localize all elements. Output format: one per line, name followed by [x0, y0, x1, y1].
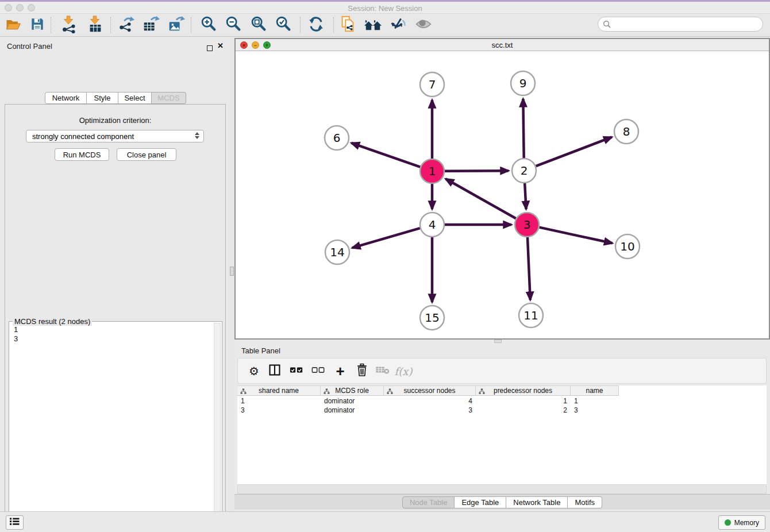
- export-image-button[interactable]: [165, 16, 186, 35]
- column-header-mcds-role[interactable]: MCDS role: [321, 385, 384, 396]
- cell-mcds-role: dominator: [321, 397, 384, 405]
- network-canvas[interactable]: 1234678910111415: [236, 51, 769, 338]
- mcds-panel: Optimization criterion: strongly connect…: [5, 104, 226, 532]
- refresh-button[interactable]: [306, 16, 326, 35]
- tab-network-table[interactable]: Network Table: [506, 496, 568, 508]
- import-table-button[interactable]: [85, 16, 106, 35]
- cell-predecessor-nodes: 2: [476, 406, 571, 414]
- graph-edge-3-11[interactable]: [528, 237, 530, 300]
- mcds-result-scrollbar[interactable]: [214, 323, 221, 532]
- export-network-icon: [117, 15, 136, 36]
- column-header-successor-nodes[interactable]: successor nodes: [384, 385, 476, 396]
- create-column-button[interactable]: +: [331, 362, 349, 380]
- export-network-button[interactable]: [116, 16, 137, 35]
- search-input[interactable]: [611, 20, 755, 29]
- close-panel-icon[interactable]: ✕: [217, 43, 224, 49]
- export-table-button[interactable]: [140, 16, 161, 35]
- node-table: shared name MCDS role successor nodes pr…: [237, 385, 767, 484]
- mcds-result-text: 1 3: [14, 325, 18, 344]
- show-eye-icon: [414, 15, 433, 36]
- open-folder-icon: [4, 16, 22, 35]
- deselect-all-button[interactable]: [309, 362, 328, 380]
- table-header-row: shared name MCDS role successor nodes pr…: [237, 385, 619, 396]
- tab-mcds[interactable]: MCDS: [152, 92, 186, 104]
- close-panel-button[interactable]: Close panel: [117, 148, 176, 161]
- tab-edge-table[interactable]: Edge Table: [455, 496, 506, 508]
- column-header-shared-name[interactable]: shared name: [237, 385, 321, 396]
- memory-button[interactable]: Memory: [718, 515, 765, 530]
- apply-function-button-disabled[interactable]: f(x): [394, 362, 413, 380]
- zoom-out-button[interactable]: [223, 16, 244, 35]
- graph-node-label: 3: [523, 218, 531, 232]
- dropdown-stepper-icon: [195, 132, 199, 139]
- export-table-icon: [141, 15, 160, 36]
- zoom-in-button[interactable]: [198, 16, 219, 35]
- tab-network[interactable]: Network: [45, 92, 87, 104]
- hide-eye-icon: [388, 15, 408, 36]
- column-type-icon: [324, 388, 330, 396]
- zoom-out-icon: [224, 15, 242, 36]
- memory-status-icon: [725, 519, 731, 526]
- column-type-icon: [479, 388, 485, 396]
- zoom-selected-button[interactable]: [273, 16, 294, 35]
- cell-name: 3: [571, 406, 619, 414]
- clone-network-button[interactable]: [338, 16, 359, 35]
- cell-shared-name: 3: [237, 406, 321, 414]
- app-titlebar: Session: New Session: [0, 2, 770, 14]
- show-columns-button[interactable]: [265, 362, 284, 380]
- table-row[interactable]: 1 dominator 4 1 1: [237, 396, 619, 406]
- table-scrollbar-track[interactable]: [237, 484, 767, 494]
- import-network-button[interactable]: [59, 16, 79, 35]
- graph-edge-2-8[interactable]: [536, 137, 612, 167]
- fx-icon: f(x): [395, 365, 413, 377]
- graph-edge-3-10[interactable]: [539, 228, 612, 244]
- tab-style[interactable]: Style: [87, 92, 118, 104]
- float-panel-icon[interactable]: [207, 43, 213, 53]
- graph-edge-2-3[interactable]: [525, 183, 526, 209]
- optimization-dropdown[interactable]: strongly connected component: [26, 130, 204, 142]
- splitter-handle[interactable]: [230, 267, 234, 276]
- column-header-predecessor-nodes[interactable]: predecessor nodes: [476, 385, 571, 396]
- save-session-button[interactable]: [27, 16, 48, 35]
- tab-motifs[interactable]: Motifs: [568, 496, 602, 508]
- delete-columns-button[interactable]: [353, 362, 371, 380]
- show-eye-button[interactable]: [413, 16, 434, 35]
- control-panel-title: Control Panel: [7, 42, 52, 51]
- table-row[interactable]: 3 dominator 3 2 3: [237, 406, 619, 415]
- memory-label: Memory: [734, 519, 759, 527]
- table-settings-button[interactable]: ⚙: [245, 362, 263, 380]
- network-graph: 1234678910111415: [236, 51, 769, 338]
- tab-select[interactable]: Select: [118, 92, 152, 104]
- graph-edge-3-1[interactable]: [446, 179, 516, 218]
- graph-node-label: 15: [425, 311, 439, 325]
- graph-edge-1-2[interactable]: [445, 171, 509, 171]
- houses-button[interactable]: [363, 16, 383, 35]
- toolbar-separator: [191, 17, 191, 33]
- delete-table-button-disabled[interactable]: [374, 362, 392, 380]
- cell-mcds-role: dominator: [321, 406, 384, 414]
- graph-edge-2-9[interactable]: [523, 99, 523, 158]
- tab-node-table[interactable]: Node Table: [402, 496, 455, 508]
- search-box: [598, 17, 763, 32]
- task-history-button[interactable]: [6, 515, 24, 530]
- cell-shared-name: 1: [237, 397, 321, 405]
- deselect-all-icon: [311, 366, 325, 376]
- hide-eye-button[interactable]: [388, 16, 409, 35]
- graph-edge-1-6[interactable]: [351, 143, 420, 167]
- open-session-button[interactable]: [3, 16, 24, 35]
- graph-node-label: 7: [429, 78, 436, 91]
- cell-successor-nodes: 3: [384, 406, 476, 414]
- graph-node-label: 8: [623, 125, 630, 138]
- houses-icon: [363, 15, 383, 36]
- column-header-name[interactable]: name: [571, 385, 619, 396]
- list-icon: [9, 517, 20, 528]
- run-mcds-button[interactable]: Run MCDS: [55, 148, 109, 161]
- vertical-splitter[interactable]: [230, 37, 234, 512]
- select-all-button[interactable]: [287, 362, 306, 380]
- zoom-fit-button[interactable]: [248, 16, 269, 35]
- network-window: × − + scc.txt 1234678910111415: [234, 38, 770, 340]
- graph-edge-4-14[interactable]: [352, 228, 420, 248]
- control-panel-tabs: Network Style Select MCDS: [45, 92, 186, 104]
- graph-node-label: 2: [521, 164, 528, 178]
- column-type-icon: [387, 388, 393, 396]
